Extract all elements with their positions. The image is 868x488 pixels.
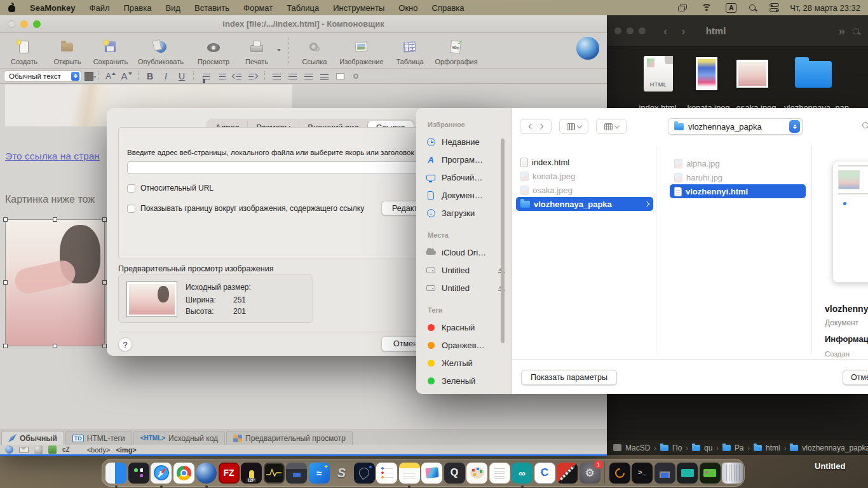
menu-insert[interactable]: Вставить <box>194 3 229 13</box>
print-dropdown-arrow[interactable] <box>277 49 281 51</box>
menu-format[interactable]: Формат <box>243 3 273 13</box>
bullet-list-button[interactable] <box>199 70 212 83</box>
tag-img[interactable]: <img> <box>116 446 136 454</box>
minimize-button[interactable] <box>627 27 634 34</box>
sidebar-tag-orange[interactable]: Оранжев… <box>425 337 508 353</box>
menu-view[interactable]: Вид <box>165 3 180 13</box>
document-link[interactable]: Это ссылка на стран <box>5 151 100 162</box>
dock-icon-print-3d[interactable] <box>654 463 675 484</box>
menu-file[interactable]: Файл <box>90 3 110 13</box>
dock-icon-amazon-app[interactable] <box>609 463 630 484</box>
resize-handle[interactable] <box>3 217 8 222</box>
folder-row-vlozhennaya-papka[interactable]: vlozhennaya_papka <box>516 197 653 211</box>
file-row-index-html[interactable]: index.html <box>516 155 653 169</box>
path-segment[interactable]: MacSD <box>625 444 650 452</box>
window-stack-icon[interactable] <box>678 4 688 12</box>
input-source-icon[interactable]: A <box>726 3 736 13</box>
zoom-button[interactable] <box>639 27 646 34</box>
resize-handle[interactable] <box>3 280 8 285</box>
back-icon[interactable]: ‹ <box>663 24 667 38</box>
dock-icon-safari[interactable] <box>151 463 172 484</box>
navigator-icon[interactable] <box>5 445 13 454</box>
browse-button[interactable]: Просмотр <box>191 39 236 65</box>
path-segment[interactable]: Ра <box>735 444 743 452</box>
dock-icon-activity-monitor[interactable] <box>264 463 285 484</box>
sidebar-item-applications[interactable]: AПрограм… <box>425 151 508 168</box>
dock-icon-screen-share[interactable] <box>677 463 698 484</box>
open-button[interactable]: Открыть <box>47 39 88 65</box>
composer-icon[interactable] <box>34 445 43 454</box>
paragraph-style-select[interactable]: Обычный текст <box>4 71 81 82</box>
resize-handle[interactable] <box>102 344 107 348</box>
path-segment[interactable]: qu <box>704 444 712 452</box>
wifi-icon[interactable] <box>702 4 712 11</box>
tab-normal[interactable]: Обычный <box>1 431 64 445</box>
sidebar-item-untitled-2[interactable]: Untitled <box>425 280 508 296</box>
path-bar[interactable]: MacSD› По› qu› Ра› html› vlozhennaya_pap… <box>607 440 868 455</box>
dock-icon-text-document[interactable] <box>489 463 510 484</box>
sidebar-tag-yellow[interactable]: Желтый <box>425 355 508 371</box>
control-center-icon[interactable] <box>770 3 780 12</box>
sidebar-item-desktop[interactable]: Рабочий… <box>425 169 508 186</box>
dock-icon-satellite-app[interactable] <box>354 463 375 484</box>
sidebar-tag-green[interactable]: Зеленый <box>425 372 508 389</box>
absolute-position-button[interactable] <box>334 70 346 83</box>
image-button[interactable]: Изображение <box>335 39 388 65</box>
dock-icon-reminders[interactable] <box>376 463 397 484</box>
file-picker-sheet[interactable]: Избранное Недавние AПрограм… Рабочий… До… <box>416 108 868 394</box>
menu-app-name[interactable]: SeaMonkey <box>30 3 76 13</box>
show-options-button[interactable]: Показать параметры <box>521 370 617 385</box>
save-button[interactable]: Сохранить <box>90 39 131 65</box>
dock-icon-paint-palette[interactable] <box>466 463 487 484</box>
tab-preview[interactable]: Предварительный просмотр <box>226 431 353 445</box>
new-button[interactable]: Создать <box>4 39 44 65</box>
search-icon[interactable] <box>853 25 859 37</box>
group-by-button[interactable] <box>596 119 627 134</box>
dock-icon-filezilla[interactable]: FZ <box>219 463 240 484</box>
sidebar-item-recents[interactable]: Недавние <box>425 133 508 150</box>
forward-icon[interactable]: › <box>681 24 685 38</box>
outdent-button[interactable] <box>231 70 243 83</box>
italic-button[interactable]: I <box>159 70 172 83</box>
sidebar-item-icloud[interactable]: iCloud Dri… <box>425 244 508 261</box>
sidebar-item-downloads[interactable]: ↓Загрузки <box>425 205 508 221</box>
path-segment[interactable]: vlozhennaya_papka <box>802 444 868 452</box>
dock-icon-virtual-machine[interactable] <box>286 463 307 484</box>
desktop-drive-label[interactable]: Untitled <box>815 461 845 471</box>
menu-edit[interactable]: Правка <box>124 3 152 13</box>
selected-image[interactable] <box>5 219 105 346</box>
sidebar-scrollbar[interactable] <box>501 139 505 343</box>
layer-button[interactable] <box>349 70 362 83</box>
file-row-vlozhennyi-html[interactable]: vlozhennyi.html <box>670 184 806 198</box>
dock-icon-chrome[interactable] <box>173 463 194 484</box>
dock-icon-i2p[interactable]: I2P <box>241 463 262 484</box>
resize-handle[interactable] <box>53 344 57 348</box>
dock-icon-system-settings[interactable]: ⚙1 <box>580 463 600 484</box>
align-right-button[interactable] <box>302 70 315 83</box>
path-segment[interactable]: html <box>766 444 780 452</box>
file-icon-konata-jpeg[interactable] <box>696 57 717 90</box>
resize-handle[interactable] <box>102 280 107 285</box>
dock-icon-arduino[interactable]: ∞ <box>512 463 532 484</box>
dock-icon-quicktime[interactable]: Q <box>444 463 465 484</box>
dock-icon-unarchiver[interactable] <box>557 463 578 484</box>
file-icon-osaka-jpeg[interactable] <box>736 60 768 88</box>
dock-icon-window-manager[interactable] <box>128 463 149 484</box>
table-button[interactable]: Таблица <box>391 39 429 65</box>
view-mode-button[interactable] <box>559 119 588 134</box>
resize-handle[interactable] <box>53 217 57 222</box>
smaller-font-button[interactable]: A <box>120 70 133 83</box>
tag-body[interactable]: <body> <box>87 446 111 454</box>
text-color-button[interactable] <box>85 72 93 81</box>
dock-icon-freeform[interactable] <box>421 463 442 484</box>
dock-icon-seamonkey[interactable] <box>196 463 217 484</box>
sidebar-tag-blue[interactable]: Синий <box>425 389 508 394</box>
justify-button[interactable] <box>318 70 330 83</box>
menu-window[interactable]: Окно <box>398 3 417 13</box>
dock-icon-c-editor[interactable]: C <box>534 463 555 484</box>
indent-button[interactable] <box>247 70 259 83</box>
composer-titlebar[interactable]: index [file:/.../index.html] - Компоновщ… <box>0 15 607 33</box>
sidebar-item-documents[interactable]: Докумен… <box>425 187 508 203</box>
dock-icon-retro-emulator[interactable] <box>700 463 721 484</box>
menu-tools[interactable]: Инструменты <box>333 3 384 13</box>
